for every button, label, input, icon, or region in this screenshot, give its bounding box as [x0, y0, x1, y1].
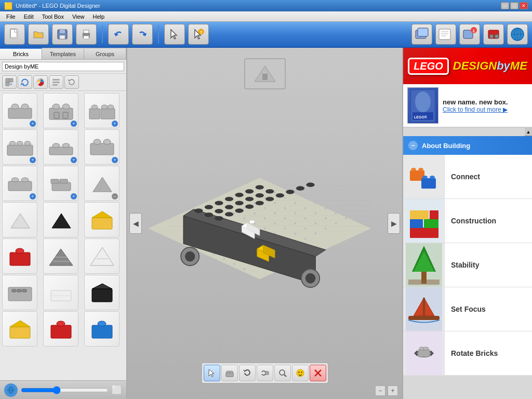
- svg-point-229: [298, 371, 299, 373]
- promo-link[interactable]: Click to find out more ▶: [443, 106, 508, 113]
- redo-button[interactable]: [132, 24, 153, 45]
- save-button[interactable]: [52, 24, 73, 45]
- svg-rect-78: [12, 289, 16, 292]
- delete-tool[interactable]: [310, 365, 326, 381]
- brick-item[interactable]: +: [43, 93, 78, 128]
- right-panel: LEGO DESIGNbyME LEGO® new name. new box.…: [402, 48, 532, 399]
- tab-bricks[interactable]: Bricks: [0, 48, 42, 59]
- brick-item[interactable]: [84, 311, 119, 347]
- svg-point-116: [274, 192, 276, 194]
- brick-item[interactable]: +: [2, 93, 37, 128]
- canvas-nav-left[interactable]: ◀: [129, 213, 142, 234]
- brick-tool[interactable]: [221, 365, 238, 381]
- svg-rect-246: [410, 228, 438, 238]
- filter-color-button[interactable]: [33, 75, 48, 89]
- help-cursor-button[interactable]: ?: [188, 24, 209, 45]
- section-item-connect[interactable]: Connect: [403, 155, 532, 199]
- zoom-slider[interactable]: [21, 386, 109, 394]
- tab-templates[interactable]: Templates: [42, 48, 84, 59]
- zoom-out-button[interactable]: −: [375, 385, 385, 396]
- brick-item[interactable]: [43, 238, 78, 274]
- svg-rect-1: [10, 29, 18, 38]
- search-input[interactable]: [2, 62, 124, 71]
- svg-point-241: [418, 168, 423, 171]
- face-tool[interactable]: [292, 365, 309, 381]
- brick-item[interactable]: [84, 238, 119, 274]
- brick-item[interactable]: −: [84, 166, 119, 201]
- tab-groups[interactable]: Groups: [84, 48, 126, 59]
- brick-item[interactable]: +: [43, 166, 78, 201]
- zoom-tool[interactable]: [274, 365, 291, 381]
- bricks-grid: + + +: [0, 91, 126, 380]
- brick-item[interactable]: [2, 311, 37, 347]
- window-title: 🟨 Untitled* - LEGO Digital Designer: [4, 2, 100, 10]
- maximize-button[interactable]: □: [510, 2, 518, 9]
- brick-item[interactable]: +: [2, 129, 37, 165]
- about-building-header[interactable]: − About Building: [403, 136, 532, 155]
- brick-item[interactable]: [2, 202, 37, 237]
- svg-point-23: [495, 34, 499, 38]
- open-button[interactable]: [28, 24, 49, 45]
- share-button[interactable]: 1: [459, 24, 480, 45]
- window-controls[interactable]: ─ □ ✕: [501, 2, 528, 9]
- svg-text:1: 1: [473, 29, 475, 33]
- filter-reset-button[interactable]: [64, 75, 79, 89]
- globe-button[interactable]: [507, 24, 528, 45]
- svg-point-187: [205, 205, 213, 209]
- minimize-button[interactable]: ─: [501, 2, 509, 9]
- svg-point-213: [249, 220, 255, 223]
- building-guide-button[interactable]: [435, 24, 456, 45]
- promo-banner[interactable]: LEGO® new name. new box. Click to find o…: [403, 84, 532, 128]
- menu-file[interactable]: File: [2, 12, 20, 21]
- svg-point-197: [245, 197, 254, 201]
- svg-point-112: [233, 212, 235, 214]
- brick-item[interactable]: [84, 202, 119, 237]
- svg-point-224: [230, 371, 233, 373]
- brick-item[interactable]: +: [84, 93, 119, 128]
- svg-point-90: [98, 321, 106, 326]
- svg-rect-44: [89, 109, 100, 119]
- menu-toolbox[interactable]: Tool Box: [38, 12, 68, 21]
- brick-item[interactable]: [43, 311, 78, 347]
- cursor-tool[interactable]: [204, 365, 220, 381]
- brick-badge: +: [30, 157, 36, 163]
- section-item-rotate-bricks[interactable]: Rotate Bricks: [403, 331, 532, 376]
- menu-view[interactable]: View: [68, 12, 89, 21]
- svg-rect-14: [439, 29, 450, 39]
- rotate-tool[interactable]: [239, 365, 256, 381]
- section-item-construction[interactable]: Construction: [403, 199, 532, 243]
- svg-point-151: [223, 258, 225, 260]
- brick-item[interactable]: [43, 275, 78, 310]
- close-button[interactable]: ✕: [520, 2, 528, 9]
- brick-item[interactable]: [84, 275, 119, 310]
- section-item-set-focus[interactable]: Set Focus: [403, 287, 532, 331]
- menu-help[interactable]: Help: [89, 12, 109, 21]
- brick-item[interactable]: +: [2, 166, 37, 201]
- brick-item[interactable]: [43, 202, 78, 237]
- filter-refresh-button[interactable]: [18, 75, 32, 89]
- menu-edit[interactable]: Edit: [20, 12, 38, 21]
- select-tool-button[interactable]: [164, 24, 185, 45]
- canvas-nav-right[interactable]: ▶: [388, 213, 400, 234]
- svg-point-146: [274, 222, 276, 224]
- svg-point-226: [280, 370, 285, 375]
- undo-button[interactable]: [108, 24, 129, 45]
- globe-small-button[interactable]: [4, 383, 18, 397]
- new-button[interactable]: [4, 24, 25, 45]
- filter-add-button[interactable]: +: [2, 75, 17, 89]
- move-tool[interactable]: [257, 365, 273, 381]
- brick-item[interactable]: +: [43, 129, 78, 165]
- svg-point-161: [325, 207, 327, 209]
- brick-item[interactable]: [2, 238, 37, 274]
- filter-category-button[interactable]: [49, 75, 63, 89]
- svg-point-57: [94, 139, 101, 144]
- section-item-stability[interactable]: Stability: [403, 243, 532, 287]
- view-3d-button[interactable]: [411, 24, 432, 45]
- left-panel: Bricks Templates Groups +: [0, 48, 127, 399]
- zoom-in-button[interactable]: +: [388, 385, 398, 396]
- scroll-up-button[interactable]: ▲: [525, 128, 532, 136]
- brick-item[interactable]: +: [84, 129, 119, 165]
- order-button[interactable]: [483, 24, 504, 45]
- brick-item[interactable]: [2, 275, 37, 310]
- print-button[interactable]: [76, 24, 97, 45]
